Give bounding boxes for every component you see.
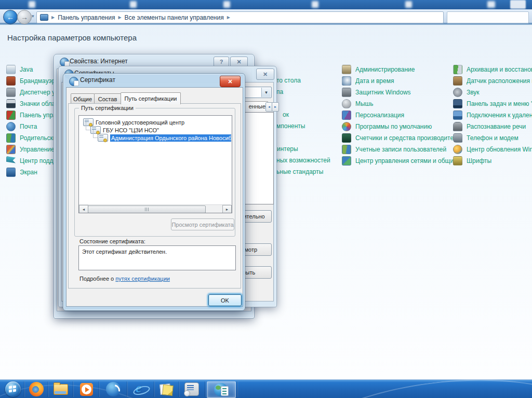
cp-item-taskbar-startmenu[interactable]: Панель задач и меню "Пус [453, 99, 532, 108]
cp-item-fragment-ease-of-access[interactable]: ных возможностей [276, 157, 330, 164]
chevron-right-icon[interactable]: ▶ [51, 15, 55, 20]
certificate-status-label: Состояние сертификата: [79, 238, 145, 244]
cp-item-network-sharing-center[interactable]: Центр управления сетями и общи... [342, 156, 459, 166]
cp-item-user-accounts[interactable]: Учетные записи пользователей [342, 145, 446, 154]
taskbar-sticky-notes[interactable] [155, 381, 178, 397]
admin-tools-icon [342, 65, 351, 74]
cp-item-fragment-programs-features[interactable]: мпоненты [276, 122, 305, 130]
scrollbar-grip [145, 208, 149, 211]
certification-path-tree[interactable]: Головной удостоверяющий центр ГБУ НСО "Ц… [78, 115, 232, 213]
cp-item-remoteapp[interactable]: Подключения к удаленным [453, 111, 532, 120]
decor-blur [312, 1, 318, 8]
cp-item-fragment-homegroup[interactable]: па [276, 88, 283, 95]
ok-button[interactable]: OK [208, 294, 242, 306]
cp-item-mail[interactable]: Почта [6, 122, 37, 131]
certificate-dialog[interactable]: Сертификат ✕ Общие Состав Путь сертифика… [63, 73, 245, 311]
slide-top-border [0, 0, 532, 9]
cp-item-windows-update[interactable]: Центр обновления Window [453, 145, 532, 154]
scroll-left-button[interactable]: ◄ [79, 205, 88, 213]
taskbar-firefox[interactable] [26, 381, 47, 397]
decor-blur [223, 1, 230, 8]
close-button[interactable]: ✕ [256, 68, 274, 80]
cp-item-speech-recognition[interactable]: Распознавание речи [453, 122, 526, 131]
cp-item-date-time[interactable]: Дата и время [342, 76, 394, 86]
cp-item-fonts[interactable]: Шрифты [453, 156, 491, 166]
address-bar[interactable]: ▶ Панель управления ▶ Все элементы панел… [36, 11, 444, 23]
taskbar-divider [237, 381, 237, 397]
user-accounts-icon [342, 145, 351, 154]
certificate-status-box: Этот сертификат действителен. [78, 245, 236, 270]
breadcrumb-all-items[interactable]: Все элементы панели управления [125, 14, 224, 21]
chevron-down-icon[interactable]: ▼ [261, 88, 271, 97]
back-icon: ← [7, 13, 14, 21]
scrollbar-thumb[interactable] [88, 205, 206, 213]
recent-pages-dropdown-icon[interactable]: ▾ [32, 13, 34, 19]
cp-item-java[interactable]: Java [6, 65, 33, 74]
taskbar-system-tool[interactable] [180, 381, 204, 397]
certification-paths-link[interactable]: путях сертификации [115, 276, 170, 282]
cp-item-fragment-desktop-gadgets[interactable]: то стола [276, 77, 301, 84]
tree-item-selected-certificate[interactable]: Администрация Ордынского района Новосиби… [98, 134, 231, 142]
internet-properties-title: Свойства: Интернет [70, 58, 128, 65]
cp-item-personalization[interactable]: Персонализация [342, 111, 404, 120]
close-icon: ✕ [228, 78, 232, 85]
search-input[interactable] [447, 11, 529, 23]
taskbar-decor [251, 379, 532, 398]
notification-icons-icon [6, 99, 16, 108]
cp-item-location-sensor[interactable]: Датчик расположения и др [453, 76, 532, 86]
display-icon [6, 168, 16, 177]
breadcrumb-control-panel[interactable]: Панель управления [58, 14, 115, 21]
decor-blur [405, 1, 412, 8]
tab-certification-path[interactable]: Путь сертификации [121, 92, 181, 104]
cp-item-fragment-devices-printers[interactable]: интеры [277, 145, 298, 153]
firefox-icon [29, 382, 44, 396]
control-panel-app-icon [6, 111, 16, 120]
tree-item-intermediate-ca[interactable]: ГБУ НСО "ЦЗИ НСО" [90, 126, 159, 134]
cp-item-phone-modem[interactable]: Телефон и модем [453, 133, 518, 143]
cp-item-performance-counters[interactable]: Счетчики и средства производите... [342, 133, 459, 143]
performance-icon [342, 133, 351, 143]
tab-general[interactable]: Общие [71, 93, 95, 104]
decor-blur [510, 0, 526, 9]
taskbar-media-player[interactable] [75, 381, 98, 397]
tree-item-root-ca[interactable]: Головной удостоверяющий центр [83, 118, 184, 126]
cp-item-admin-tools[interactable]: Администрирование [342, 65, 415, 74]
tab-details[interactable]: Состав [94, 93, 121, 104]
taskbar-internet-explorer[interactable]: e [129, 381, 153, 397]
close-button[interactable]: ✕ [230, 57, 248, 67]
taskbar-windows-explorer[interactable] [50, 381, 72, 397]
scroll-right-button[interactable]: ► [222, 205, 232, 213]
chevron-right-icon[interactable]: ▶ [118, 15, 121, 20]
cp-item-fragment-region-language[interactable]: ьные стандарты [276, 168, 323, 175]
remoteapp-icon [453, 111, 462, 120]
cp-item-mouse[interactable]: Мышь [342, 99, 374, 108]
cp-item-fragment-folder-options[interactable]: ок [283, 111, 289, 118]
taskbar-divider [24, 381, 24, 397]
forward-button[interactable]: → [17, 10, 32, 24]
tree-connector [93, 130, 98, 138]
cp-item-backup-restore[interactable]: Архивация и восстановлен [453, 65, 532, 74]
taskbar-control-panel-active[interactable] [207, 381, 236, 398]
taskbar-divider [154, 381, 154, 397]
close-icon: ✕ [236, 59, 241, 65]
taskbar-startmenu-icon [453, 99, 462, 108]
device-manager-icon [6, 88, 16, 97]
help-button[interactable]: ? [214, 57, 229, 67]
tab-scroll-right-icon[interactable]: ► [272, 102, 279, 112]
thunderbird-icon [106, 382, 121, 396]
close-button[interactable]: ✕ [220, 76, 241, 87]
cp-item-sound[interactable]: Звук [453, 88, 480, 97]
back-button[interactable]: ← [3, 10, 18, 24]
decor-blur [29, 1, 35, 8]
view-certificate-button[interactable]: Просмотр сертификата [171, 218, 234, 230]
taskbar-thunderbird[interactable] [101, 381, 126, 397]
chevron-right-icon[interactable]: ▶ [227, 15, 230, 20]
firewall-icon [6, 76, 16, 86]
start-button[interactable] [3, 381, 23, 397]
taskbar-divider [73, 381, 73, 397]
cp-item-default-programs[interactable]: Программы по умолчанию [342, 122, 432, 131]
cp-item-display[interactable]: Экран [6, 168, 37, 177]
horizontal-scrollbar[interactable]: ◄ ► [79, 204, 231, 213]
cp-item-windows-defender[interactable]: Защитник Windows [342, 88, 411, 97]
certificate-dialog-icon [69, 77, 78, 86]
